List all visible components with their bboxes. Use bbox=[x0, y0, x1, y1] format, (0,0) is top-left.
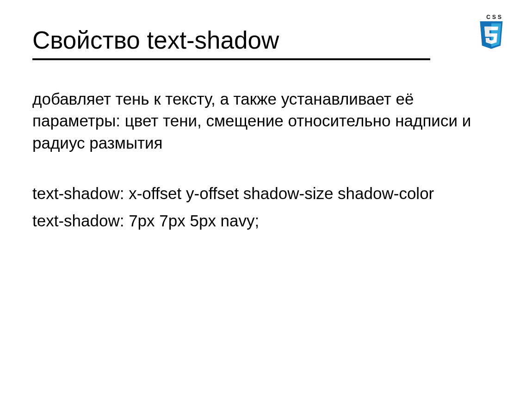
example-text: text-shadow: 7px 7px 5px navy; bbox=[32, 210, 500, 231]
syntax-text: text-shadow: x-offset y-offset shadow-si… bbox=[32, 182, 500, 204]
slide-title: Свойство text-shadow bbox=[32, 27, 430, 60]
description-text: добавляет тень к тексту, а также устанав… bbox=[32, 88, 500, 154]
slide: CSS Свойство text-shadow добавляет тень … bbox=[0, 0, 532, 400]
spacer bbox=[32, 159, 500, 182]
title-block: Свойство text-shadow bbox=[32, 27, 500, 60]
css3-logo-label: CSS bbox=[478, 14, 504, 20]
slide-body: добавляет тень к тексту, а также устанав… bbox=[32, 88, 500, 237]
